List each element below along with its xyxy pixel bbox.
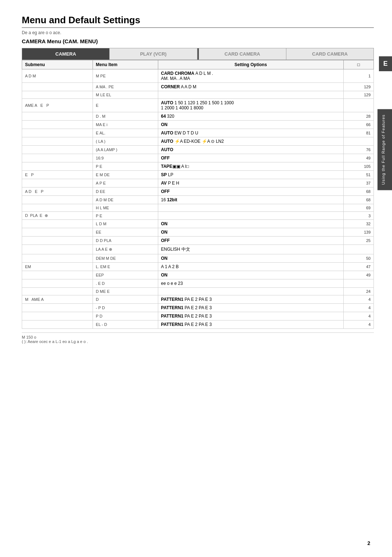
page-cell: 66: [343, 121, 373, 129]
page-cell: 4: [343, 295, 373, 304]
submenu-cell: D PLA E ⊕: [22, 212, 93, 220]
page-cell: 4: [343, 320, 373, 329]
options-cell: ON: [158, 228, 343, 237]
options-cell: OFF: [158, 237, 343, 245]
page-cell: 139: [343, 228, 373, 237]
page-cell: 28: [343, 112, 373, 121]
options-cell: 64 320: [158, 112, 343, 121]
menuitem-cell: EE: [93, 228, 158, 237]
col-header-menuitem: Menu Item: [93, 60, 158, 69]
menuitem-cell: - P D: [93, 304, 158, 312]
table-row: H L ME69: [22, 204, 374, 212]
table-row: MA E iON66: [22, 121, 374, 129]
options-cell: 16 12bit: [158, 196, 343, 204]
submenu-cell: [22, 129, 93, 137]
submenu-cell: [22, 154, 93, 162]
col-header-page: □: [343, 60, 373, 69]
page-number: 2: [367, 540, 370, 546]
table-row: (A A LAMP )AUTO76: [22, 146, 374, 154]
page-cell: 69: [343, 204, 373, 212]
menuitem-cell: E AL.: [93, 129, 158, 137]
submenu-cell: [22, 245, 93, 254]
page-cell: 68: [343, 187, 373, 196]
submenu-cell: [22, 112, 93, 121]
submenu-cell: AME A E P: [22, 99, 93, 112]
footer-note: M 150 o ( ): Aeare ocec e a L-1 eo a Lg …: [22, 332, 374, 344]
tab-play[interactable]: PLAY (VCR): [110, 48, 197, 60]
options-cell: PATTERN1 PA E 2 PA E 3: [158, 295, 343, 304]
menuitem-cell: D EE: [93, 187, 158, 196]
submenu-cell: [22, 312, 93, 320]
table-row: EL - DPATTERN1 PA E 2 PA E 34: [22, 320, 374, 329]
table-row: A D E PD EEOFF68: [22, 187, 374, 196]
options-cell: ee o e e 23: [158, 279, 343, 288]
table-row: DEM M DEON50: [22, 254, 374, 263]
menuitem-cell: A MA . PE: [93, 83, 158, 91]
menuitem-cell: L D M: [93, 220, 158, 228]
page-cell: 76: [343, 146, 373, 154]
menuitem-cell: EEP: [93, 271, 158, 279]
options-cell: [158, 204, 343, 212]
tab-card2[interactable]: CARD CAMERA: [286, 48, 373, 60]
table-row: EEPON49: [22, 271, 374, 279]
tab-card1[interactable]: CARD CAMERA: [199, 48, 286, 60]
options-cell: [158, 288, 343, 295]
submenu-cell: [22, 304, 93, 312]
table-row: ( LA )AUTO ⚡A ED-KOE ⚡A ⊙ LN2: [22, 137, 374, 146]
section-label-e: E: [379, 56, 392, 71]
table-row: D D PLAOFF25: [22, 237, 374, 245]
page-cell: 47: [343, 263, 373, 271]
tab-camera[interactable]: CAMERA: [22, 48, 110, 60]
tab-bar: CAMERA PLAY (VCR) CARD CAMERA CARD CAMER…: [22, 48, 374, 60]
menuitem-cell: A D M DE: [93, 196, 158, 204]
options-cell: ON: [158, 121, 343, 129]
menuitem-cell: 16:9: [93, 154, 158, 162]
table-row: D . M64 32028: [22, 112, 374, 121]
table-row: M AME ADPATTERN1 PA E 2 PA E 34: [22, 295, 374, 304]
submenu-cell: [22, 179, 93, 187]
page-cell: 129: [343, 91, 373, 99]
page-cell: 49: [343, 154, 373, 162]
settings-table: Submenu Menu Item Setting Options □ A D …: [22, 60, 374, 329]
menuitem-cell: LA A E ⊕: [93, 245, 158, 254]
options-cell: AUTO: [158, 146, 343, 154]
submenu-cell: [22, 288, 93, 295]
page-cell: 129: [343, 83, 373, 91]
submenu-cell: [22, 204, 93, 212]
menuitem-cell: (A A LAMP ): [93, 146, 158, 154]
page-cell: [343, 137, 373, 146]
options-cell: ON: [158, 254, 343, 263]
submenu-cell: [22, 162, 93, 171]
table-row: L D MON32: [22, 220, 374, 228]
table-row: A D MM PECARD CHROMA A D L M . AM. MA . …: [22, 69, 374, 83]
menuitem-cell: L. EM E: [93, 263, 158, 271]
options-cell: [158, 91, 343, 99]
menuitem-cell: P D: [93, 312, 158, 320]
options-cell: [158, 212, 343, 220]
submenu-cell: [22, 146, 93, 154]
submenu-cell: [22, 254, 93, 263]
page-cell: 4: [343, 304, 373, 312]
submenu-cell: [22, 228, 93, 237]
submenu-cell: [22, 220, 93, 228]
table-row: P DPATTERN1 PA E 2 PA E 34: [22, 312, 374, 320]
options-cell: AUTO 1 50 1 120 1 250 1 500 1 1000 1 200…: [158, 99, 343, 112]
table-row: - P DPATTERN1 PA E 2 PA E 34: [22, 304, 374, 312]
menuitem-cell: E: [93, 99, 158, 112]
options-cell: CORNER A A D M: [158, 83, 343, 91]
menuitem-cell: M PE: [93, 69, 158, 83]
submenu-cell: [22, 279, 93, 288]
page-title: Menu and Default Settings: [22, 15, 374, 28]
submenu-cell: [22, 91, 93, 99]
table-row: D PLA E ⊕P E3: [22, 212, 374, 220]
table-row: M LE EL129: [22, 91, 374, 99]
menuitem-cell: . E D: [93, 279, 158, 288]
options-cell: OFF: [158, 187, 343, 196]
options-cell: CARD CHROMA A D L M . AM. MA . A MA: [158, 69, 343, 83]
menuitem-cell: DEM M DE: [93, 254, 158, 263]
submenu-cell: [22, 271, 93, 279]
menuitem-cell: ( LA ): [93, 137, 158, 146]
table-row: EML. EM EA 1 A 2 B47: [22, 263, 374, 271]
page-cell: 24: [343, 288, 373, 295]
page-cell: [343, 245, 373, 254]
